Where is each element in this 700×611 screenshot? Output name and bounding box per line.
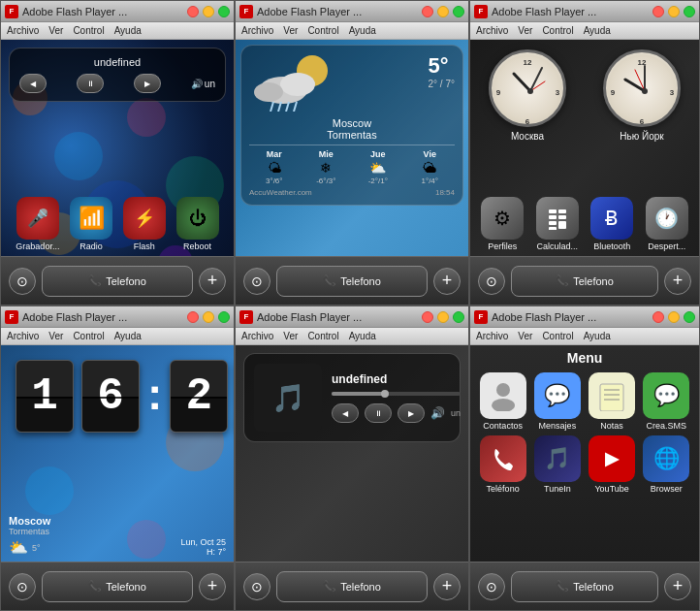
max-btn-3[interactable] xyxy=(684,6,695,17)
phone-btn-2[interactable]: 📞 Telefono xyxy=(276,266,428,297)
menu-ayuda-5[interactable]: Ayuda xyxy=(349,331,376,341)
menu-contactos[interactable]: Contactos xyxy=(478,372,527,431)
phone-btn-4[interactable]: 📞 Telefono xyxy=(42,571,193,602)
menu-control-6[interactable]: Control xyxy=(542,331,573,341)
phone-icon-2: 📞 xyxy=(323,274,336,287)
menu-tunein[interactable]: 🎵 TuneIn xyxy=(532,435,582,494)
menu-archivo-6[interactable]: Archivo xyxy=(476,331,508,341)
app-perfiles[interactable]: ⚙ Perfiles xyxy=(481,197,524,251)
menu-ayuda-6[interactable]: Ayuda xyxy=(584,331,611,341)
play-btn-2[interactable]: ⏸ xyxy=(365,403,392,423)
max-btn-5[interactable] xyxy=(453,311,464,323)
max-btn-4[interactable] xyxy=(218,311,230,323)
menu-ayuda-1[interactable]: Ayuda xyxy=(114,25,142,36)
menu-control-1[interactable]: Control xyxy=(73,25,104,36)
menu-notas[interactable]: Notas xyxy=(588,372,637,431)
menu-control-2[interactable]: Control xyxy=(307,25,338,36)
phone-btn-6[interactable]: 📞 Telefono xyxy=(511,571,658,602)
menu-control-3[interactable]: Control xyxy=(542,25,573,36)
min-btn-3[interactable] xyxy=(668,6,680,17)
add-btn-1[interactable]: + xyxy=(199,268,226,295)
close-btn-3[interactable] xyxy=(652,6,664,17)
max-btn-2[interactable] xyxy=(453,6,464,17)
close-btn-5[interactable] xyxy=(422,311,433,323)
close-btn-2[interactable] xyxy=(422,6,433,17)
menu-ver-6[interactable]: Ver xyxy=(518,331,532,341)
progress-bar[interactable] xyxy=(332,392,461,396)
back-btn-4[interactable]: ⊙ xyxy=(9,573,36,600)
menu-ver-5[interactable]: Ver xyxy=(283,331,298,341)
app-alarm[interactable]: 🕐 Despert... xyxy=(646,197,688,251)
phone-btn-5[interactable]: 📞 Telefono xyxy=(276,571,428,602)
min-btn-1[interactable] xyxy=(203,6,214,17)
app-grabador[interactable]: 🎤 Grabador... xyxy=(16,197,59,251)
svg-point-40 xyxy=(127,520,166,559)
add-btn-5[interactable]: + xyxy=(433,573,461,600)
app-grid: F Adobe Flash Player ... Archivo Ver Con… xyxy=(0,0,700,611)
menu-youtube[interactable]: ▶ YouTube xyxy=(588,435,637,494)
prev-btn-2[interactable]: ◀ xyxy=(332,403,359,423)
back-btn-1[interactable]: ⊙ xyxy=(9,268,36,295)
menu-ver-2[interactable]: Ver xyxy=(283,25,298,36)
menu-phone[interactable]: Teléfono xyxy=(478,435,527,494)
menu-archivo-1[interactable]: Archivo xyxy=(7,25,39,36)
menu-ayuda-3[interactable]: Ayuda xyxy=(584,25,611,36)
menu-creasms[interactable]: 💬 Crea.SMS xyxy=(642,372,691,431)
menu-archivo-3[interactable]: Archivo xyxy=(476,25,508,36)
next-btn[interactable]: ▶ xyxy=(134,74,161,93)
bottom-dock-2: ⊙ 📞 Telefono + xyxy=(236,256,468,305)
menu-ayuda-2[interactable]: Ayuda xyxy=(349,25,376,36)
back-btn-5[interactable]: ⊙ xyxy=(243,573,270,600)
radio-label: Radio xyxy=(80,241,103,251)
menu-ver-3[interactable]: Ver xyxy=(518,25,532,36)
app-radio[interactable]: 📶 Radio xyxy=(70,197,112,251)
menu-archivo-5[interactable]: Archivo xyxy=(241,331,273,341)
min-btn-5[interactable] xyxy=(437,311,449,323)
bluetooth-icon: Ƀ xyxy=(590,197,633,240)
flash-icon-5: F xyxy=(239,310,253,324)
menu-ver-1[interactable]: Ver xyxy=(48,25,63,36)
play-btn[interactable]: ⏸ xyxy=(77,74,104,93)
max-btn-6[interactable] xyxy=(684,311,695,323)
app-reboot[interactable]: ⏻ Reboot xyxy=(176,197,219,251)
back-btn-6[interactable]: ⊙ xyxy=(478,573,505,600)
svg-point-10 xyxy=(254,82,283,102)
phone-btn-3[interactable]: 📞 Telefono xyxy=(511,266,658,297)
notas-svg xyxy=(596,380,627,411)
svg-line-11 xyxy=(270,102,273,112)
svg-point-2 xyxy=(127,98,166,137)
min-btn-4[interactable] xyxy=(203,311,214,323)
menu-mensajes[interactable]: 💬 Mensajes xyxy=(532,372,582,431)
menu-archivo-2[interactable]: Archivo xyxy=(241,25,273,36)
add-btn-3[interactable]: + xyxy=(664,268,691,295)
menu-ver-4[interactable]: Ver xyxy=(48,331,63,341)
add-btn-4[interactable]: + xyxy=(199,573,226,600)
menu-control-5[interactable]: Control xyxy=(307,331,338,341)
add-btn-2[interactable]: + xyxy=(433,268,461,295)
app-flash[interactable]: ⚡ Flash xyxy=(123,197,166,251)
min-btn-2[interactable] xyxy=(437,6,449,17)
back-btn-3[interactable]: ⊙ xyxy=(478,268,505,295)
close-btn-1[interactable] xyxy=(187,6,199,17)
menu-control-4[interactable]: Control xyxy=(73,331,104,341)
tunein-icon: 🎵 xyxy=(534,435,581,482)
min-btn-6[interactable] xyxy=(668,311,680,323)
menu-browser[interactable]: 🌐 Browser xyxy=(642,435,691,494)
phone-btn-1[interactable]: 📞 Telefono xyxy=(42,266,193,297)
app-bluetooth[interactable]: Ƀ Bluetooth xyxy=(590,197,633,251)
music-info: undefined ◀ ⏸ ▶ 🔊 un xyxy=(332,372,461,423)
music-controls-1: ◀ ⏸ ▶ 🔊 un xyxy=(19,74,215,93)
app-calc[interactable]: Calculad... xyxy=(536,197,579,251)
prev-btn[interactable]: ◀ xyxy=(19,74,47,93)
close-btn-4[interactable] xyxy=(187,311,199,323)
flash-icon-3: F xyxy=(474,5,488,18)
volume-control[interactable]: 🔊 un xyxy=(191,79,215,89)
next-btn-2[interactable]: ▶ xyxy=(398,403,425,423)
back-btn-2[interactable]: ⊙ xyxy=(243,268,270,295)
menu-ayuda-4[interactable]: Ayuda xyxy=(114,331,142,341)
close-btn-6[interactable] xyxy=(652,311,664,323)
add-btn-6[interactable]: + xyxy=(664,573,691,600)
menu-archivo-4[interactable]: Archivo xyxy=(7,331,39,341)
max-btn-1[interactable] xyxy=(218,6,230,17)
svg-text:9: 9 xyxy=(611,88,616,97)
